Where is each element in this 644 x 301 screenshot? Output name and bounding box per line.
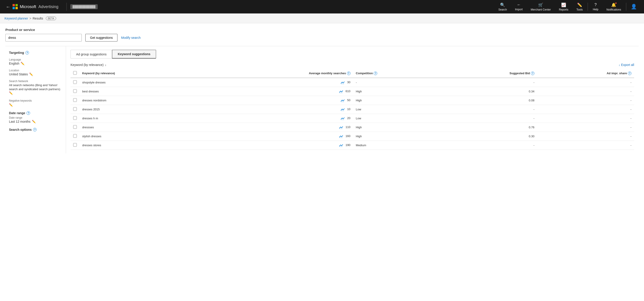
ad-impr-share-help-icon[interactable]: ? <box>628 71 632 75</box>
search-network-edit-button[interactable]: ✏️ <box>9 91 13 95</box>
row-avg-searches: 190 <box>202 141 353 150</box>
row-checkbox[interactable] <box>73 89 77 93</box>
row-competition: High <box>353 96 440 105</box>
select-all-checkbox[interactable] <box>73 71 77 75</box>
row-checkbox[interactable] <box>73 107 77 111</box>
product-service-row: Get suggestions Modify search <box>6 34 638 41</box>
keyword-sort-button[interactable]: Keyword (by relevance) ↓ <box>70 63 106 67</box>
row-checkbox[interactable] <box>73 80 77 84</box>
keyword-sort-label: Keyword (by relevance) <box>70 63 104 67</box>
user-avatar-icon[interactable]: 👤 <box>627 2 640 11</box>
competition-help-icon[interactable]: ? <box>374 71 377 75</box>
merchant-center-nav-label: Merchant Center <box>531 8 551 11</box>
search-options-title: Search options ? <box>9 128 62 131</box>
import-nav-label: Import <box>515 8 523 11</box>
row-competition: - <box>353 78 440 87</box>
table-row: dresses 2015 10 Low - - <box>70 105 634 114</box>
row-checkbox-cell[interactable] <box>70 78 80 87</box>
row-checkbox-cell[interactable] <box>70 141 80 150</box>
breadcrumb-results: Results <box>32 16 43 20</box>
row-checkbox-cell[interactable] <box>70 123 80 132</box>
get-suggestions-button[interactable]: Get suggestions <box>85 34 118 41</box>
trend-icon <box>340 116 346 120</box>
app-name: Advertising <box>38 4 58 9</box>
date-range-help-icon[interactable]: ? <box>26 111 30 115</box>
tools-nav-icon: ✏️ <box>577 2 582 7</box>
avg-searches-help-icon[interactable]: ? <box>347 71 350 75</box>
nav-divider-v2 <box>626 3 626 11</box>
breadcrumb-keyword-planner-link[interactable]: Keyword planner <box>4 16 28 20</box>
row-checkbox[interactable] <box>73 116 77 120</box>
row-suggested-bid: 0.08 <box>440 96 537 105</box>
language-edit-button[interactable]: ✏️ <box>21 62 24 65</box>
row-keyword: dresses nordstrom <box>80 96 202 105</box>
modify-search-button[interactable]: Modify search <box>121 36 140 39</box>
row-checkbox[interactable] <box>73 134 77 138</box>
row-ad-impr-share: - <box>537 105 634 114</box>
targeting-help-icon[interactable]: ? <box>25 51 29 54</box>
table-area: Ad group suggestions Keyword suggestions… <box>66 46 638 153</box>
sidebar: Targeting ? Language English ✏️ Location… <box>6 46 66 153</box>
search-options-help-icon[interactable]: ? <box>33 128 36 131</box>
import-nav-icon: ← <box>517 2 521 7</box>
date-range-value: Last 12 months ✏️ <box>9 120 62 123</box>
location-field-label: Location <box>9 69 62 72</box>
row-checkbox[interactable] <box>73 143 77 147</box>
table-row: dresses nordstrom 50 High 0.08 - <box>70 96 634 105</box>
beta-badge: BETA <box>46 16 56 20</box>
row-competition: High <box>353 123 440 132</box>
date-range-edit-button[interactable]: ✏️ <box>32 120 36 123</box>
language-field-label: Language <box>9 58 62 61</box>
nav-actions: 🔍 Search ← Import 🛒 Merchant Center 📈 Re… <box>494 1 640 12</box>
table-header-row: Keyword (by relevance) Average monthly s… <box>70 69 634 78</box>
row-checkbox-cell[interactable] <box>70 132 80 141</box>
row-competition: Low <box>353 105 440 114</box>
trend-icon <box>339 125 344 129</box>
search-nav-button[interactable]: 🔍 Search <box>494 1 511 12</box>
row-checkbox-cell[interactable] <box>70 87 80 96</box>
row-suggested-bid: 0.76 <box>440 123 537 132</box>
nav-divider <box>66 3 67 11</box>
trend-icon <box>340 98 346 102</box>
export-button[interactable]: ↓ Export all <box>619 63 634 67</box>
table-row: shopstyle dresses 30 - - - <box>70 78 634 87</box>
product-service-input[interactable] <box>6 34 82 41</box>
negative-keywords-edit-button[interactable]: ✏️ <box>9 103 13 107</box>
row-competition: Low <box>353 114 440 123</box>
tools-nav-label: Tools <box>576 8 583 11</box>
tab-keyword-suggestions[interactable]: Keyword suggestions <box>112 50 156 58</box>
notifications-nav-button[interactable]: 🔔 Notifications <box>602 1 625 12</box>
tools-nav-button[interactable]: ✏️ Tools <box>572 1 587 12</box>
suggested-bid-help-icon[interactable]: ? <box>531 71 534 75</box>
row-keyword: dressses <box>80 123 202 132</box>
row-ad-impr-share: - <box>537 123 634 132</box>
location-edit-button[interactable]: ✏️ <box>29 72 33 76</box>
keywords-table: Keyword (by relevance) Average monthly s… <box>70 69 634 150</box>
location-value: United States <box>9 72 28 76</box>
row-keyword: dresses h m <box>80 114 202 123</box>
row-keyword: stylish dresses <box>80 132 202 141</box>
row-ad-impr-share: - <box>537 96 634 105</box>
row-checkbox-cell[interactable] <box>70 96 80 105</box>
back-button[interactable]: ← <box>4 4 12 9</box>
row-checkbox-cell[interactable] <box>70 114 80 123</box>
reports-nav-button[interactable]: 📈 Reports <box>555 1 572 12</box>
row-checkbox[interactable] <box>73 98 77 102</box>
breadcrumb-separator: > <box>30 16 31 20</box>
search-network-value: All search networks (Bing and Yahoo! sea… <box>9 83 62 96</box>
row-avg-searches: 10 <box>202 105 353 114</box>
row-suggested-bid: - <box>440 105 537 114</box>
table-row: dresses h m 20 Low - - <box>70 114 634 123</box>
row-suggested-bid: 0.34 <box>440 87 537 96</box>
select-all-header[interactable] <box>70 69 80 78</box>
merchant-center-nav-icon: 🛒 <box>538 2 543 7</box>
tab-ad-group-suggestions[interactable]: Ad group suggestions <box>70 50 112 58</box>
row-keyword: shopstyle dresses <box>80 78 202 87</box>
row-checkbox[interactable] <box>73 125 77 129</box>
column-header-avg-searches: Average monthly searches ? <box>202 69 353 78</box>
row-ad-impr-share: - <box>537 114 634 123</box>
help-nav-button[interactable]: ? Help <box>589 1 602 12</box>
import-nav-button[interactable]: ← Import <box>511 1 527 12</box>
row-checkbox-cell[interactable] <box>70 105 80 114</box>
merchant-center-nav-button[interactable]: 🛒 Merchant Center <box>527 1 555 12</box>
